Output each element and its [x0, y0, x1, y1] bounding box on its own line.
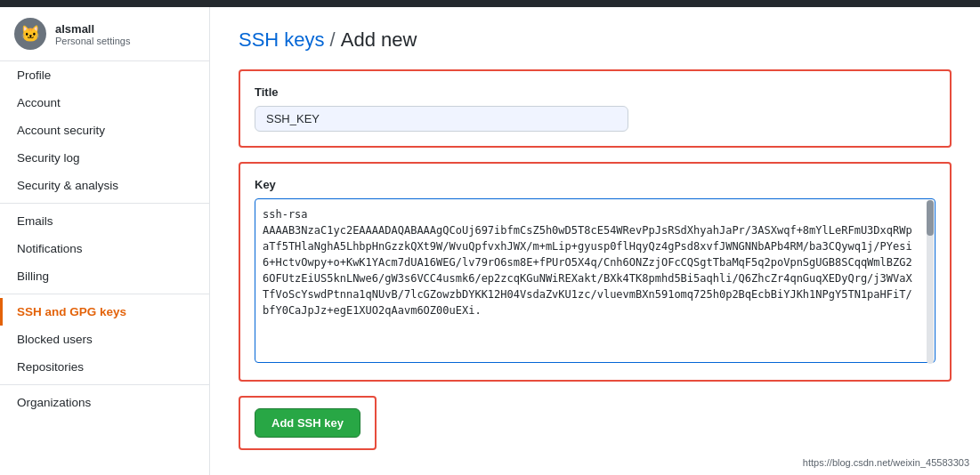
top-bar [0, 0, 980, 7]
page-header: SSH keys / Add new [239, 28, 952, 52]
sidebar-item-account-security[interactable]: Account security [0, 117, 209, 144]
nav-divider-3 [0, 384, 209, 385]
breadcrumb-link[interactable]: SSH keys [239, 28, 325, 52]
footer-url: https://blog.csdn.net/weixin_45583303 [803, 457, 969, 468]
textarea-wrapper [255, 198, 935, 366]
sidebar-item-security-analysis[interactable]: Security & analysis [0, 172, 209, 199]
user-section: 🐱 alsmall Personal settings [0, 7, 209, 61]
sidebar-item-organizations[interactable]: Organizations [0, 389, 209, 416]
nav-divider-2 [0, 294, 209, 294]
sidebar-item-account[interactable]: Account [0, 89, 209, 117]
sidebar-item-ssh-gpg-keys[interactable]: SSH and GPG keys [0, 298, 209, 326]
user-info: alsmall Personal settings [55, 22, 130, 46]
breadcrumb-separator: / [330, 28, 336, 52]
avatar: 🐱 [14, 18, 46, 50]
key-section: Key [239, 162, 952, 382]
main-content: SSH keys / Add new Title Key Add SSH key… [210, 7, 980, 475]
scrollbar-thumb [927, 200, 934, 236]
nav-divider-1 [0, 203, 209, 204]
sidebar-item-blocked-users[interactable]: Blocked users [0, 326, 209, 353]
sidebar-item-notifications[interactable]: Notifications [0, 235, 209, 262]
sidebar-item-repositories[interactable]: Repositories [0, 353, 209, 381]
title-label: Title [255, 85, 935, 99]
title-section: Title [239, 69, 952, 148]
scrollbar-indicator [927, 200, 934, 364]
breadcrumb-current: Add new [341, 28, 417, 52]
key-label: Key [255, 178, 935, 191]
user-subtitle: Personal settings [55, 36, 130, 46]
title-input[interactable] [255, 106, 628, 132]
sidebar: 🐱 alsmall Personal settings Profile Acco… [0, 7, 210, 475]
sidebar-item-security-log[interactable]: Security log [0, 144, 209, 172]
username: alsmall [55, 22, 130, 36]
add-ssh-key-section: Add SSH key [239, 396, 377, 450]
sidebar-item-emails[interactable]: Emails [0, 207, 209, 235]
sidebar-item-profile[interactable]: Profile [0, 61, 209, 89]
key-textarea[interactable] [255, 198, 935, 363]
sidebar-item-billing[interactable]: Billing [0, 262, 209, 290]
add-ssh-key-button[interactable]: Add SSH key [255, 408, 360, 438]
main-layout: 🐱 alsmall Personal settings Profile Acco… [0, 7, 980, 475]
